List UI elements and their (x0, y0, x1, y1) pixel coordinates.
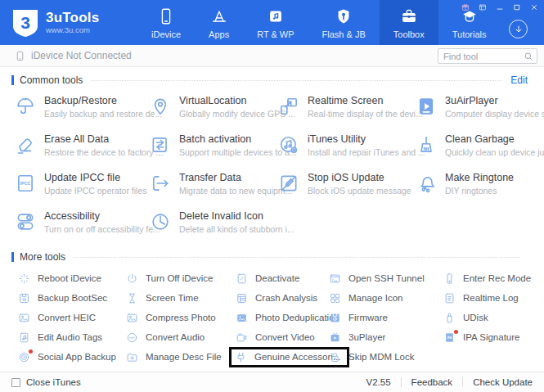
clock-icon (150, 211, 171, 232)
tool-manage-desc-file[interactable]: Manage Desc File (123, 347, 232, 367)
ipcc-file-icon: IPCC (15, 173, 36, 194)
nav-item-apps[interactable]: Apps (195, 0, 243, 45)
edit-link[interactable]: Edit (510, 74, 528, 86)
nav-item-idevice[interactable]: iDevice (137, 0, 195, 45)
more-tools-header: More tools (11, 251, 528, 263)
tool-description: DIY ringtones (445, 186, 514, 196)
toggles-icon (15, 211, 36, 232)
tool-virtuallocation[interactable]: VirtualLocationGlobally modify device GP… (150, 92, 278, 131)
tool-make-ringtone[interactable]: Make RingtoneDIY ringtones (416, 169, 544, 208)
tool-delete-invalid-icon[interactable]: Delete Invalid IconDelete all kinds of s… (150, 208, 278, 246)
tool-social-app-backup[interactable]: Social App Backup (15, 347, 123, 367)
nav-label: RT & WP (257, 29, 294, 39)
disk-save-icon (18, 292, 30, 304)
tool-itunes-utility[interactable]: iTunes UtilityInstall and repair iTunes … (278, 131, 416, 169)
tool-edit-audio-tags[interactable]: Edit Audio Tags (15, 327, 123, 347)
tool-update-ipcc-file[interactable]: IPCCUpdate IPCC fileUpdate IPCC operator… (15, 169, 150, 208)
nav-label: Flash & JB (322, 29, 366, 39)
tool-search[interactable] (438, 48, 537, 64)
tool-description: Block iOS update message (308, 186, 411, 196)
search-icon[interactable] (524, 52, 533, 61)
tool-label: Social App Backup (38, 352, 116, 362)
tool-firmware[interactable]: Firmware (326, 308, 440, 327)
logo-shield-icon: 3 (11, 8, 39, 38)
tool-convert-audio[interactable]: Convert Audio (123, 327, 232, 347)
tool-title: 3uAirPlayer (445, 95, 544, 106)
nav-label: iDevice (151, 29, 181, 39)
phone-small-icon (443, 273, 456, 285)
tool-genuine-accessori[interactable]: Genuine Accessori... (232, 347, 326, 367)
nav-item-toolbox[interactable]: Toolbox (380, 0, 438, 45)
tool-label: Skip MDM Lock (348, 352, 415, 362)
tool-description: Quickly clean up device junk ... (445, 147, 544, 157)
window-controls (460, 2, 539, 11)
tool-title: Erase All Data (44, 133, 163, 145)
power-icon (126, 273, 138, 285)
tool-label: Manage Icon (348, 293, 403, 303)
tool-convert-video[interactable]: Convert Video (232, 327, 326, 347)
tool-turn-off-idevice[interactable]: Turn Off iDevice (123, 268, 232, 288)
tool-title: Make Ringtone (445, 172, 514, 183)
itunes-icon (278, 134, 299, 155)
screen-mirror-icon (278, 96, 299, 117)
tool-erase-all-data[interactable]: Erase All DataRestore the device to fact… (15, 131, 150, 169)
nav-label: Toolbox (393, 29, 425, 39)
nav-item-rt-wp[interactable]: RT & WP (243, 0, 308, 45)
common-tools-header: Common tools Edit (11, 74, 528, 86)
tool-clean-garbage[interactable]: Clean GarbageQuickly clean up device jun… (416, 131, 544, 169)
folder-gear-icon (126, 351, 138, 363)
tool-transfer-data[interactable]: Transfer DataMigrate data to new equipm.… (150, 169, 278, 208)
minimize-button[interactable] (494, 2, 505, 11)
tool-screen-time[interactable]: Screen Time (123, 288, 232, 308)
tool-photo-deduplication[interactable]: Photo Deduplication (232, 308, 326, 327)
tool-reboot-idevice[interactable]: Reboot iDevice (15, 268, 123, 288)
device-status-text: iDevice Not Connected (31, 50, 132, 61)
close-itunes-checkbox[interactable] (11, 378, 20, 387)
tool-enter-rec-mode[interactable]: Enter Rec Mode (440, 268, 544, 288)
ringtone-bell-icon (416, 173, 437, 194)
tool-label: IPA Signature (463, 332, 519, 342)
tool-backup-bootsec[interactable]: Backup BootSec (15, 288, 123, 308)
log-doc-icon (443, 292, 456, 304)
theme-icon[interactable] (477, 2, 488, 11)
tool-manage-icon[interactable]: Manage Icon (326, 288, 440, 308)
nav-label: Apps (209, 29, 229, 39)
tool-compress-photo[interactable]: Compress Photo (123, 308, 232, 327)
rtwp-icon (267, 7, 285, 26)
tool-realtime-log[interactable]: Realtime Log (440, 288, 544, 308)
grid-squares-icon (329, 292, 341, 304)
tool-batch-activation[interactable]: Batch activationSupport multiple devices… (150, 131, 278, 169)
tool-deactivate[interactable]: Deactivate (232, 268, 326, 288)
tool-stop-ios-update[interactable]: Stop iOS UpdateBlock iOS update message (278, 169, 416, 208)
tool-skip-mdm-lock[interactable]: Skip MDM Lock (326, 347, 440, 367)
tool-3uairplayer[interactable]: 3uAirPlayerComputer display device scr..… (416, 92, 544, 131)
tool-accessibility[interactable]: AccessibilityTurn on or off accessibilit… (15, 208, 150, 246)
tool-ipa-signature[interactable]: IPAIPA Signature (440, 327, 544, 347)
check-update-button[interactable]: Check Update (463, 377, 534, 387)
nav-item-flash-jb[interactable]: Flash & JB (308, 0, 380, 45)
appstore-icon (210, 7, 228, 26)
tool-open-ssh-tunnel[interactable]: Open SSH Tunnel (326, 268, 440, 288)
main-nav: iDeviceAppsRT & WPFlash & JBToolboxTutor… (137, 0, 500, 45)
tool-description: Update IPCC operator files (44, 186, 146, 196)
more-tools-title: More tools (20, 251, 65, 263)
tool-label: Manage Desc File (146, 352, 222, 362)
video-camera-icon (236, 331, 248, 344)
search-input[interactable] (443, 52, 524, 61)
download-button[interactable] (509, 20, 528, 38)
tool-crash-analysis[interactable]: Crash Analysis (232, 288, 326, 308)
close-button[interactable] (528, 2, 539, 11)
maximize-button[interactable] (511, 2, 522, 11)
tool-description: Migrate data to new equipm... (179, 186, 292, 196)
more-tools-grid: Reboot iDeviceTurn Off iDeviceDeactivate… (0, 263, 544, 367)
feedback-button[interactable]: Feedback (402, 377, 463, 387)
tool-backup-restore[interactable]: Backup/RestoreEasily backup and restore … (15, 92, 150, 131)
tool-3uplayer[interactable]: 3uPlayer (326, 327, 440, 347)
device-status-bar: iDevice Not Connected (0, 45, 544, 67)
gift-icon[interactable] (460, 2, 470, 11)
app-header: 3 3uTools www.3u.com iDeviceAppsRT & WPF… (0, 0, 544, 45)
tool-udisk[interactable]: UDisk (440, 308, 544, 327)
tool-realtime-screen[interactable]: Realtime ScreenReal-time display of the … (278, 92, 416, 131)
tool-convert-heic[interactable]: Convert HEIC (15, 308, 123, 327)
tool-label: Open SSH Tunnel (348, 273, 425, 283)
